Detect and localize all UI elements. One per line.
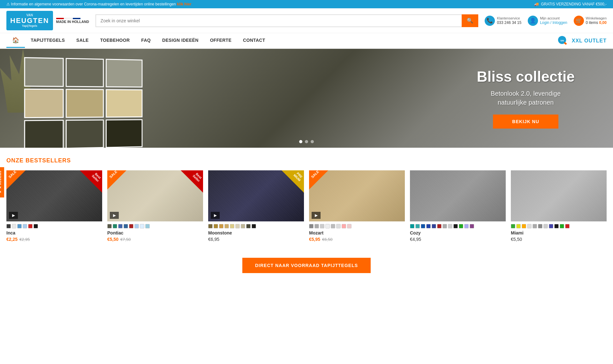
product-card[interactable]: Miami €5,50 xyxy=(511,170,607,242)
my-account[interactable]: 👤 Mijn account Login / Inloggen xyxy=(528,16,567,26)
video-button[interactable]: ▶ xyxy=(211,212,220,219)
color-swatch[interactable] xyxy=(347,224,352,228)
nav-toebehoor[interactable]: TOEBEHOOR xyxy=(95,33,136,48)
hero-dots xyxy=(299,140,314,143)
color-swatch[interactable] xyxy=(565,224,570,228)
color-swatch[interactable] xyxy=(549,224,553,228)
outlet-icon: VH xyxy=(555,35,569,46)
color-swatch[interactable] xyxy=(219,224,223,228)
color-swatch[interactable] xyxy=(230,224,234,228)
color-swatch[interactable] xyxy=(426,224,431,228)
phone-icon: 📞 xyxy=(485,16,495,26)
color-swatch[interactable] xyxy=(28,224,33,228)
color-swatch[interactable] xyxy=(140,224,144,228)
color-swatch[interactable] xyxy=(527,224,532,228)
color-swatch[interactable] xyxy=(522,224,526,228)
color-swatch[interactable] xyxy=(470,224,474,228)
cta-button[interactable]: DIRECT NAAR VOORRAAD TAPIJTTEGELS xyxy=(242,258,371,273)
corona-link[interactable]: klik hier xyxy=(177,2,191,6)
account-icon: 👤 xyxy=(528,16,538,26)
header: VAN HEUGTEN TapijTegels MADE IN HOLLAND … xyxy=(0,8,613,33)
color-swatch[interactable] xyxy=(320,224,324,228)
reviews-tab[interactable]: ★ ★ Reviews xyxy=(0,167,4,197)
xxl-outlet-text[interactable]: XXL OUTLET xyxy=(572,38,607,44)
color-swatch[interactable] xyxy=(560,224,564,228)
color-swatch[interactable] xyxy=(437,224,442,228)
login-link[interactable]: Login / Inloggen xyxy=(540,20,567,25)
nav-sale[interactable]: SALE xyxy=(71,33,95,48)
product-name: Cozy xyxy=(410,230,506,235)
color-swatch[interactable] xyxy=(252,224,256,228)
xxl-outlet-area[interactable]: VH XXL OUTLET xyxy=(555,35,607,46)
color-swatch[interactable] xyxy=(421,224,425,228)
hero-cta-button[interactable]: BEKIJK NU xyxy=(493,115,558,129)
color-swatch[interactable] xyxy=(118,224,123,228)
color-swatch[interactable] xyxy=(443,224,447,228)
product-card[interactable]: PREMIUM ▶ Moonstone €6,95 xyxy=(208,170,304,242)
color-swatch[interactable] xyxy=(145,224,150,228)
hero-dot-2[interactable] xyxy=(305,140,308,143)
color-swatch[interactable] xyxy=(34,224,38,228)
color-swatch[interactable] xyxy=(459,224,463,228)
product-card[interactable]: SALE BestSeller ▶ Pontiac €5,50€7,50 xyxy=(107,170,203,242)
color-swatch[interactable] xyxy=(17,224,22,228)
cta-section: DIRECT NAAR VOORRAAD TAPIJTTEGELS xyxy=(0,251,613,286)
color-swatch[interactable] xyxy=(516,224,521,228)
color-swatch[interactable] xyxy=(432,224,436,228)
color-swatch[interactable] xyxy=(415,224,420,228)
color-swatch[interactable] xyxy=(134,224,139,228)
color-swatch[interactable] xyxy=(107,224,112,228)
product-card[interactable]: SALE ▶ Mozart €5,95€6,50 xyxy=(309,170,405,242)
product-card[interactable]: Cozy €4,95 xyxy=(410,170,506,242)
nav-offerte[interactable]: OFFERTE xyxy=(204,33,237,48)
color-swatch[interactable] xyxy=(224,224,229,228)
nav-contact[interactable]: CONTACT xyxy=(237,33,271,48)
color-swatch[interactable] xyxy=(6,224,11,228)
color-swatch[interactable] xyxy=(246,224,251,228)
nav-design-ideeen[interactable]: DESIGN IDEEËN xyxy=(156,33,204,48)
color-swatch[interactable] xyxy=(325,224,330,228)
color-swatch[interactable] xyxy=(113,224,117,228)
color-swatch[interactable] xyxy=(331,224,335,228)
search-button[interactable]: 🔍 xyxy=(462,14,478,27)
color-swatch[interactable] xyxy=(129,224,133,228)
hero-dot-3[interactable] xyxy=(311,140,314,143)
color-swatch[interactable] xyxy=(533,224,537,228)
hero-dot-1[interactable] xyxy=(299,140,302,143)
products-grid: SALE BestSeller ▶ Inca €2,25€2,95 SALE B… xyxy=(6,170,607,242)
color-swatch[interactable] xyxy=(23,224,27,228)
color-swatch[interactable] xyxy=(12,224,16,228)
bestseller-badge xyxy=(80,170,102,193)
color-swatch[interactable] xyxy=(124,224,128,228)
nav-faq[interactable]: FAQ xyxy=(135,33,156,48)
color-swatch[interactable] xyxy=(309,224,314,228)
color-swatch[interactable] xyxy=(342,224,346,228)
video-button[interactable]: ▶ xyxy=(9,212,18,219)
color-swatch[interactable] xyxy=(538,224,542,228)
search-input[interactable] xyxy=(95,14,462,27)
nav-home[interactable]: 🏠 xyxy=(6,33,25,48)
video-button[interactable]: ▶ xyxy=(110,212,119,219)
color-swatch[interactable] xyxy=(511,224,515,228)
color-swatches xyxy=(6,224,102,228)
color-swatch[interactable] xyxy=(453,224,458,228)
video-button[interactable]: ▶ xyxy=(312,212,321,219)
color-swatch[interactable] xyxy=(214,224,218,228)
color-swatch[interactable] xyxy=(554,224,559,228)
product-price: €6,95 xyxy=(208,237,304,242)
color-swatch[interactable] xyxy=(241,224,245,228)
logo[interactable]: VAN HEUGTEN TapijTegels xyxy=(6,11,53,30)
nav-tapijttegels[interactable]: TAPIJTTEGELS xyxy=(25,33,71,48)
customer-service[interactable]: 📞 Klantenservice 033 246 34 15 xyxy=(485,16,521,26)
color-swatch[interactable] xyxy=(208,224,213,228)
color-swatch[interactable] xyxy=(314,224,319,228)
color-swatch[interactable] xyxy=(235,224,240,228)
color-swatch[interactable] xyxy=(410,224,414,228)
color-swatch[interactable] xyxy=(464,224,469,228)
product-card[interactable]: SALE BestSeller ▶ Inca €2,25€2,95 xyxy=(6,170,102,242)
color-swatches xyxy=(511,224,607,228)
color-swatch[interactable] xyxy=(543,224,548,228)
color-swatch[interactable] xyxy=(448,224,452,228)
color-swatch[interactable] xyxy=(336,224,341,228)
cart[interactable]: 🛒 Winkelwagen 0 items 0,00 xyxy=(574,16,607,26)
